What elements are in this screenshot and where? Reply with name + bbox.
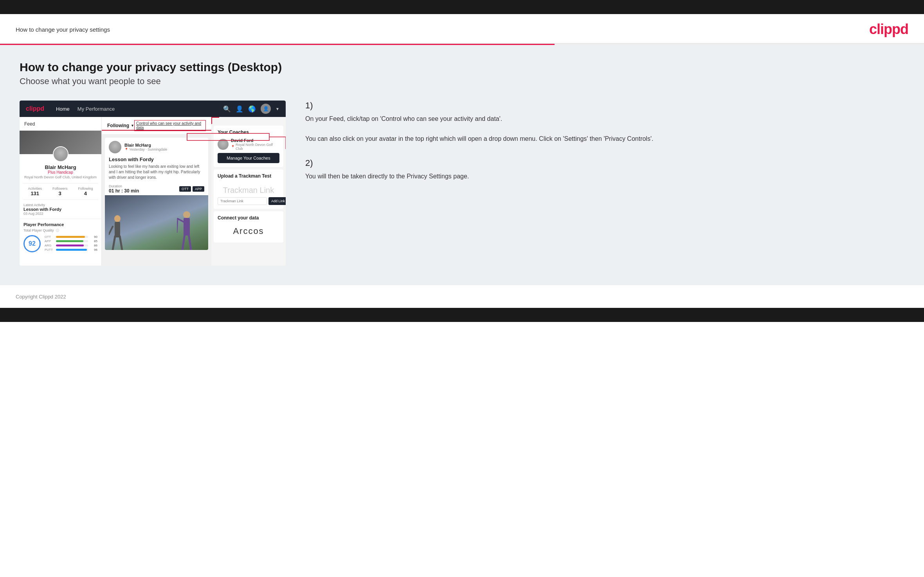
tag-ott: OTT	[179, 186, 191, 192]
post-author-name: Blair McHarg	[124, 143, 167, 147]
stat-activities: Activities 131	[28, 187, 42, 196]
followers-label: Followers	[52, 187, 68, 191]
globe-icon[interactable]: 🌎	[248, 105, 256, 113]
followers-value: 3	[52, 191, 68, 196]
svg-line-3	[113, 236, 115, 250]
svg-line-4	[120, 236, 122, 250]
post-description: Looking to feel like my hands are exitin…	[105, 164, 208, 183]
dropdown-arrow-icon: ▼	[131, 124, 134, 128]
svg-line-2	[109, 226, 113, 234]
privacy-link[interactable]: Control who can see your activity and da…	[134, 120, 206, 131]
profile-banner	[20, 131, 101, 154]
perf-bars: OTT 90 APP 85	[45, 235, 97, 252]
coach-avatar	[218, 139, 229, 150]
golfer-silhouette-right	[177, 211, 196, 250]
manage-coaches-button[interactable]: Manage Your Coaches	[218, 153, 279, 163]
post-header: Blair McHarg 📍 Yesterday · Sunningdale	[105, 138, 208, 156]
right-panel: Your Coaches David Ford 📍 Royal North De…	[211, 117, 286, 266]
coaches-title: Your Coaches	[218, 129, 279, 135]
site-footer: Copyright Clippd 2022	[0, 285, 924, 308]
svg-point-0	[114, 215, 121, 222]
user-icon[interactable]: 👤	[236, 105, 243, 113]
svg-line-10	[177, 219, 178, 232]
latest-activity-date: 03 Aug 2022	[23, 212, 97, 216]
post-title: Lesson with Fordy	[105, 156, 208, 164]
instruction-1-text: On your Feed, click/tap on 'Control who …	[305, 114, 901, 144]
add-link-button[interactable]: Add Link	[268, 197, 286, 205]
tab-bar: Feed	[20, 117, 101, 131]
app-logo: clippd	[26, 105, 44, 112]
instructions-panel: 1) On your Feed, click/tap on 'Control w…	[301, 101, 904, 195]
bar-putt: PUTT 96	[45, 248, 97, 252]
pin-icon: 📍	[231, 145, 235, 149]
feed-tab[interactable]: Feed	[24, 121, 35, 127]
score-circle: 92	[23, 235, 41, 252]
stat-following: Following 4	[78, 187, 93, 196]
location-pin-icon: 📍	[124, 148, 128, 151]
coach-item: David Ford 📍 Royal North Devon Golf Club	[218, 138, 279, 151]
profile-name: Blair McHarg	[23, 164, 97, 170]
following-value: 4	[78, 191, 93, 196]
activities-value: 131	[28, 191, 42, 196]
profile-club: Royal North Devon Golf Club, United King…	[23, 175, 97, 179]
top-bar	[0, 0, 924, 14]
svg-rect-6	[184, 218, 190, 235]
app-screenshot-inner: clippd Home My Performance 🔍 👤 🌎 👤 ▼	[20, 101, 286, 266]
user-avatar[interactable]: 👤	[261, 104, 271, 114]
trackman-input-row: Add Link	[218, 197, 279, 205]
post-author-info: Blair McHarg 📍 Yesterday · Sunningdale	[124, 143, 167, 151]
nav-home[interactable]: Home	[56, 106, 70, 112]
page-subtitle: Choose what you want people to see	[20, 76, 904, 86]
trackman-title: Upload a Trackman Test	[218, 173, 279, 179]
player-performance: Player Performance Total Player Quality …	[20, 219, 101, 255]
tag-app: APP	[193, 186, 204, 192]
instruction-2: 2) You will then be taken directly to th…	[305, 158, 901, 182]
instruction-2-text: You will then be taken directly to the P…	[305, 171, 901, 182]
quality-info-icon: ⓘ	[56, 229, 59, 232]
following-dropdown[interactable]: Following ▼	[107, 123, 134, 128]
bar-app: APP 85	[45, 239, 97, 243]
copyright-text: Copyright Clippd 2022	[16, 294, 66, 300]
site-header: How to change your privacy settings clip…	[0, 14, 924, 44]
app-screenshot: clippd Home My Performance 🔍 👤 🌎 👤 ▼	[20, 101, 286, 266]
total-quality-label: Total Player Quality ⓘ	[23, 228, 97, 233]
latest-activity-name: Lesson with Fordy	[23, 207, 97, 212]
perf-title: Player Performance	[23, 222, 97, 227]
post-golf-image	[105, 195, 208, 250]
main-content: How to change your privacy settings (Des…	[0, 45, 924, 285]
app-body: Feed Blair McHarg Plus Handicap Royal No…	[20, 117, 286, 266]
connect-section: Connect your data Arccos	[214, 211, 283, 243]
search-icon[interactable]: 🔍	[223, 105, 231, 113]
instruction-1-number: 1)	[305, 101, 901, 111]
page-title: How to change your privacy settings (Des…	[20, 61, 904, 74]
bar-ott: OTT 90	[45, 235, 97, 239]
coaches-section: Your Coaches David Ford 📍 Royal North De…	[214, 126, 283, 167]
bottom-bar	[0, 308, 924, 322]
svg-line-8	[182, 234, 185, 250]
red-connecting-line	[211, 117, 219, 124]
trackman-input-field[interactable]	[218, 197, 267, 205]
duration-value: 01 hr : 30 min	[109, 188, 139, 194]
content-layout: clippd Home My Performance 🔍 👤 🌎 👤 ▼	[20, 101, 904, 266]
site-logo: clippd	[869, 21, 908, 38]
svg-line-9	[189, 234, 191, 250]
post-location: 📍 Yesterday · Sunningdale	[124, 147, 167, 151]
svg-line-7	[178, 219, 184, 222]
feed-header: Following ▼ Control who can see your act…	[102, 117, 211, 135]
center-panel: Following ▼ Control who can see your act…	[102, 117, 211, 266]
app-navbar: clippd Home My Performance 🔍 👤 🌎 👤 ▼	[20, 101, 286, 117]
trackman-big-label: Trackman Link	[218, 182, 279, 197]
profile-avatar	[53, 146, 68, 162]
coach-club: 📍 Royal North Devon Golf Club	[231, 143, 279, 151]
svg-point-5	[183, 211, 190, 218]
latest-label: Latest Activity	[23, 203, 97, 207]
arccos-logo: Arccos	[218, 224, 279, 239]
trackman-section: Upload a Trackman Test Trackman Link Add…	[214, 169, 283, 209]
nav-my-performance[interactable]: My Performance	[77, 106, 115, 112]
following-label: Following	[78, 187, 93, 191]
coach-info: David Ford 📍 Royal North Devon Golf Club	[231, 138, 279, 151]
avatar-dropdown-arrow[interactable]: ▼	[276, 107, 279, 111]
post-author-avatar	[109, 141, 121, 153]
left-panel: Feed Blair McHarg Plus Handicap Royal No…	[20, 117, 102, 266]
post-duration: Duration 01 hr : 30 min OTT APP	[105, 183, 208, 195]
